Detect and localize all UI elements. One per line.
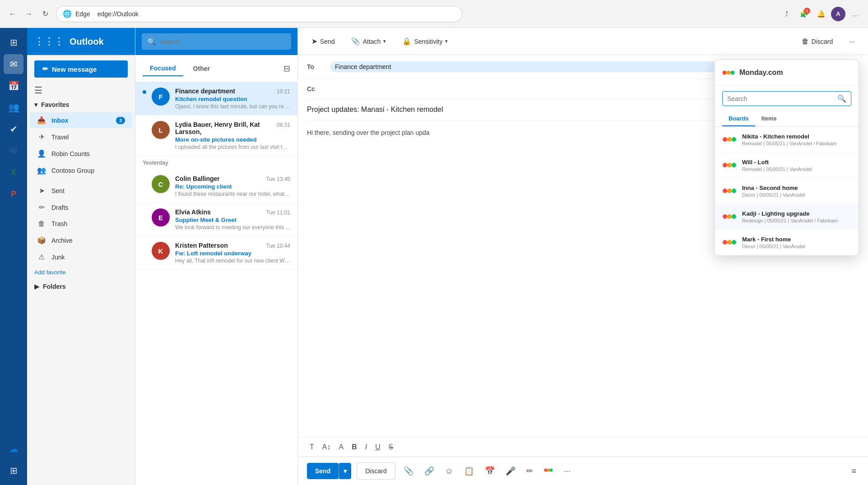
paperclip-button[interactable]: 📎 xyxy=(401,463,416,479)
svg-point-8 xyxy=(732,137,736,142)
more-send-button[interactable]: ··· xyxy=(561,464,573,479)
bold-button[interactable]: B xyxy=(349,441,360,453)
underline-button[interactable]: U xyxy=(372,441,383,453)
address-bar[interactable]: 🌐 Edge edge://Outlook xyxy=(56,6,462,22)
browser-profile-avatar[interactable]: A xyxy=(831,7,845,21)
send-button[interactable]: Send xyxy=(307,463,339,479)
onedrive-icon-button[interactable]: ☁ xyxy=(4,439,23,459)
compose-toolbar: ➤ Send 📎 Attach ▾ 🔒 Sensitivity ▾ 🗑 Disc… xyxy=(298,28,868,55)
mail-subject: Re: Upcoming client xyxy=(175,183,290,190)
monday-search-container[interactable]: 🔍 xyxy=(722,91,851,106)
mail-sender: Lydia Bauer, Henry Brill, Kat Larsson, xyxy=(175,121,277,135)
forward-button[interactable]: → xyxy=(22,7,36,21)
tab-focused[interactable]: Focused xyxy=(143,61,183,76)
search-icon: 🔍 xyxy=(147,37,156,46)
back-button[interactable]: ← xyxy=(5,7,20,21)
calendar-icon-button[interactable]: 📅 xyxy=(4,76,23,96)
monday-bar-button[interactable] xyxy=(541,463,556,480)
svg-point-3 xyxy=(723,71,727,75)
sidebar-item-junk[interactable]: ⚠ Junk xyxy=(30,249,132,265)
mail-items-list: F Finance department 10:21 Kitchen remod… xyxy=(135,82,297,485)
folders-section-header[interactable]: ▶ Folders xyxy=(27,279,135,294)
attach-toolbar-button[interactable]: 📎 Attach ▾ xyxy=(347,34,391,48)
excel-icon-button[interactable]: X xyxy=(4,162,23,182)
format-options-button[interactable]: ≡ xyxy=(849,464,859,479)
mail-item[interactable]: L Lydia Bauer, Henry Brill, Kat Larsson,… xyxy=(135,115,297,156)
font-size-button[interactable]: A↕ xyxy=(320,441,334,453)
search-input[interactable] xyxy=(160,38,286,45)
sidebar-item-archive[interactable]: 📦 Archive xyxy=(30,232,132,248)
monday-list-item[interactable]: Nikita - Kitchen remodel Remodel | 05/05… xyxy=(715,127,859,152)
mail-icon-button[interactable]: ✉ xyxy=(4,54,23,74)
share-button[interactable]: ⤴ xyxy=(780,7,794,21)
svg-point-6 xyxy=(723,137,727,142)
svg-point-11 xyxy=(732,163,736,167)
sensitivity-toolbar-button[interactable]: 🔒 Sensitivity ▾ xyxy=(398,34,452,48)
notifications-button[interactable]: 🔔 xyxy=(814,7,828,21)
refresh-button[interactable]: ↻ xyxy=(38,7,52,21)
format-text-button[interactable]: T xyxy=(307,441,317,453)
more-compose-button[interactable]: ··· xyxy=(845,35,859,48)
mail-subject: Supplier Meet & Greet xyxy=(175,217,290,223)
signature-button[interactable]: 📋 xyxy=(461,463,477,479)
sidebar-item-contoso-group[interactable]: 👥 Contoso Group xyxy=(30,162,132,178)
mic-button[interactable]: 🎤 xyxy=(503,463,518,479)
sidebar-item-drafts[interactable]: ✏ Drafts xyxy=(30,199,132,215)
powerpoint-icon-button[interactable]: P xyxy=(4,184,23,204)
mail-item[interactable]: K Kristen Patterson Tue 10:44 Fw: Loft r… xyxy=(135,236,297,270)
mail-item[interactable]: E Elvia Atkins Tue 11:01 Supplier Meet &… xyxy=(135,203,297,236)
strikethrough-button[interactable]: S̶ xyxy=(386,441,396,453)
link-button[interactable]: 🔗 xyxy=(422,463,437,479)
word-icon-button[interactable]: W xyxy=(4,141,23,161)
draw-button[interactable]: ✏ xyxy=(524,463,536,479)
icon-bar: ⊞ ✉ 📅 👥 ✔ W X P ☁ ⊞ xyxy=(0,28,27,485)
font-button[interactable]: A xyxy=(336,441,346,453)
svg-point-10 xyxy=(727,163,732,167)
mail-sender: Finance department xyxy=(175,88,235,95)
extensions-button[interactable]: 🧩 4 xyxy=(797,7,811,21)
search-input-container[interactable]: 🔍 xyxy=(142,33,291,50)
sidebar-item-robin-counts[interactable]: 👤 Robin Counts xyxy=(30,146,132,162)
emoji-button[interactable]: ☺ xyxy=(442,464,456,479)
discard-toolbar-button[interactable]: 🗑 Discard xyxy=(797,35,837,48)
mail-subject: Fw: Loft remodel underway xyxy=(175,250,290,257)
svg-point-1 xyxy=(547,468,550,471)
svg-point-9 xyxy=(723,163,727,167)
monday-list-item[interactable]: Will - Loft Remodel | 05/05/21 | VanArsd… xyxy=(715,152,859,178)
monday-list-item[interactable]: Mark - First home Decor | 05/05/21 | Van… xyxy=(715,230,859,255)
chevron-right-icon: ▶ xyxy=(34,283,39,290)
apps-grid-button[interactable]: ⊞ xyxy=(4,32,23,52)
monday-list-item[interactable]: Kadji - Lighting upgrade Redesign | 05/0… xyxy=(715,204,859,230)
monday-list-item[interactable]: Inna - Second home Decor | 05/05/21 | Va… xyxy=(715,178,859,204)
sidebar-item-travel[interactable]: ✈ Travel xyxy=(30,129,132,145)
browser-more-button[interactable]: … xyxy=(848,7,863,21)
outlook-apps-button[interactable]: ⋮⋮⋮ xyxy=(32,34,66,49)
sidebar-item-trash[interactable]: 🗑 Trash xyxy=(30,216,132,231)
unread-dot xyxy=(143,90,146,94)
mail-item-content: Lydia Bauer, Henry Brill, Kat Larsson, 0… xyxy=(175,121,290,150)
hamburger-button[interactable]: ☰ xyxy=(34,85,42,96)
discard-button[interactable]: Discard xyxy=(357,462,395,480)
monday-tabs: Boards Items xyxy=(715,111,859,127)
monday-search-input[interactable] xyxy=(727,95,835,102)
tasks-icon-button[interactable]: ✔ xyxy=(4,119,23,139)
apps-store-button[interactable]: ⊞ xyxy=(4,461,23,480)
mail-item[interactable]: F Finance department 10:21 Kitchen remod… xyxy=(135,82,297,115)
sidebar-item-sent[interactable]: ➤ Sent xyxy=(30,183,132,199)
avatar: F xyxy=(152,88,170,106)
new-message-button[interactable]: ✏ New message xyxy=(34,60,128,78)
tab-other[interactable]: Other xyxy=(186,61,217,76)
add-favorite-link[interactable]: Add favorite xyxy=(27,265,135,279)
favorites-section-header[interactable]: ▾ Favorites xyxy=(27,97,135,112)
italic-button[interactable]: I xyxy=(362,441,370,453)
mail-item[interactable]: C Colin Ballinger Tue 13:45 Re: Upcoming… xyxy=(135,170,297,203)
inbox-icon: 📥 xyxy=(37,116,46,125)
send-toolbar-button[interactable]: ➤ Send xyxy=(307,34,339,48)
send-dropdown-button[interactable]: ▾ xyxy=(339,463,351,479)
filter-button[interactable]: ⊟ xyxy=(283,64,290,74)
sidebar-item-inbox[interactable]: 📥 Inbox 3 xyxy=(30,112,132,128)
people-icon-button[interactable]: 👥 xyxy=(4,97,23,117)
monday-tab-boards[interactable]: Boards xyxy=(722,111,755,126)
monday-tab-items[interactable]: Items xyxy=(755,111,783,126)
schedule-button[interactable]: 📅 xyxy=(482,463,497,479)
